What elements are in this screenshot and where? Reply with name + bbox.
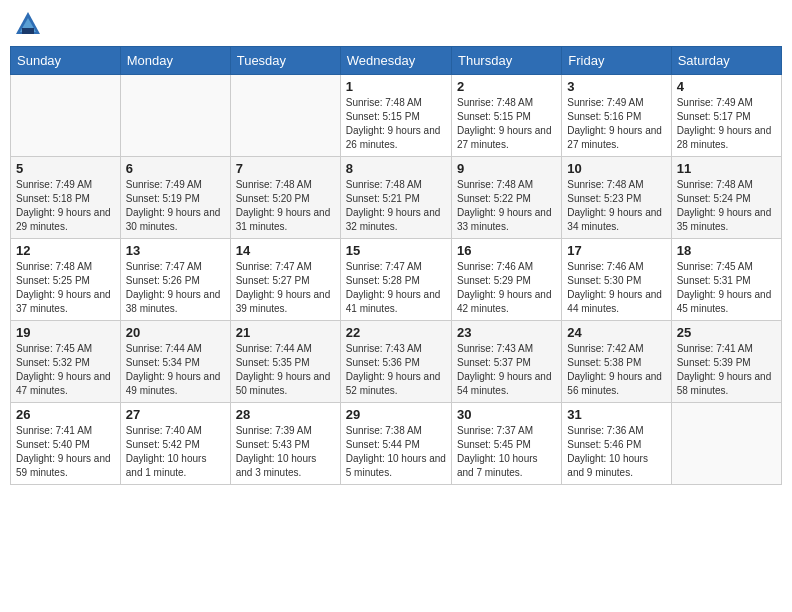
calendar-cell: 17Sunrise: 7:46 AM Sunset: 5:30 PM Dayli… (562, 239, 671, 321)
day-info: Sunrise: 7:36 AM Sunset: 5:46 PM Dayligh… (567, 424, 665, 480)
day-number: 25 (677, 325, 776, 340)
day-info: Sunrise: 7:39 AM Sunset: 5:43 PM Dayligh… (236, 424, 335, 480)
weekday-header-row: SundayMondayTuesdayWednesdayThursdayFrid… (11, 47, 782, 75)
calendar-cell: 22Sunrise: 7:43 AM Sunset: 5:36 PM Dayli… (340, 321, 451, 403)
day-number: 29 (346, 407, 446, 422)
day-number: 7 (236, 161, 335, 176)
day-info: Sunrise: 7:49 AM Sunset: 5:17 PM Dayligh… (677, 96, 776, 152)
day-number: 23 (457, 325, 556, 340)
calendar-cell: 10Sunrise: 7:48 AM Sunset: 5:23 PM Dayli… (562, 157, 671, 239)
weekday-wednesday: Wednesday (340, 47, 451, 75)
day-info: Sunrise: 7:40 AM Sunset: 5:42 PM Dayligh… (126, 424, 225, 480)
day-number: 27 (126, 407, 225, 422)
day-info: Sunrise: 7:48 AM Sunset: 5:23 PM Dayligh… (567, 178, 665, 234)
day-number: 9 (457, 161, 556, 176)
calendar-cell: 11Sunrise: 7:48 AM Sunset: 5:24 PM Dayli… (671, 157, 781, 239)
calendar-cell: 15Sunrise: 7:47 AM Sunset: 5:28 PM Dayli… (340, 239, 451, 321)
day-number: 10 (567, 161, 665, 176)
weekday-monday: Monday (120, 47, 230, 75)
calendar-cell: 24Sunrise: 7:42 AM Sunset: 5:38 PM Dayli… (562, 321, 671, 403)
day-info: Sunrise: 7:48 AM Sunset: 5:21 PM Dayligh… (346, 178, 446, 234)
day-number: 8 (346, 161, 446, 176)
calendar-week-2: 5Sunrise: 7:49 AM Sunset: 5:18 PM Daylig… (11, 157, 782, 239)
day-number: 30 (457, 407, 556, 422)
calendar-cell: 3Sunrise: 7:49 AM Sunset: 5:16 PM Daylig… (562, 75, 671, 157)
day-number: 26 (16, 407, 115, 422)
calendar-cell (11, 75, 121, 157)
day-info: Sunrise: 7:38 AM Sunset: 5:44 PM Dayligh… (346, 424, 446, 480)
day-number: 28 (236, 407, 335, 422)
day-info: Sunrise: 7:42 AM Sunset: 5:38 PM Dayligh… (567, 342, 665, 398)
calendar-cell: 12Sunrise: 7:48 AM Sunset: 5:25 PM Dayli… (11, 239, 121, 321)
day-number: 3 (567, 79, 665, 94)
day-info: Sunrise: 7:37 AM Sunset: 5:45 PM Dayligh… (457, 424, 556, 480)
day-info: Sunrise: 7:44 AM Sunset: 5:34 PM Dayligh… (126, 342, 225, 398)
calendar-week-1: 1Sunrise: 7:48 AM Sunset: 5:15 PM Daylig… (11, 75, 782, 157)
calendar-cell: 25Sunrise: 7:41 AM Sunset: 5:39 PM Dayli… (671, 321, 781, 403)
day-number: 16 (457, 243, 556, 258)
calendar-cell: 31Sunrise: 7:36 AM Sunset: 5:46 PM Dayli… (562, 403, 671, 485)
logo-icon (14, 10, 42, 38)
calendar-cell: 4Sunrise: 7:49 AM Sunset: 5:17 PM Daylig… (671, 75, 781, 157)
day-number: 15 (346, 243, 446, 258)
day-info: Sunrise: 7:47 AM Sunset: 5:27 PM Dayligh… (236, 260, 335, 316)
day-number: 5 (16, 161, 115, 176)
day-number: 4 (677, 79, 776, 94)
day-info: Sunrise: 7:41 AM Sunset: 5:39 PM Dayligh… (677, 342, 776, 398)
day-info: Sunrise: 7:48 AM Sunset: 5:22 PM Dayligh… (457, 178, 556, 234)
calendar-cell: 7Sunrise: 7:48 AM Sunset: 5:20 PM Daylig… (230, 157, 340, 239)
day-info: Sunrise: 7:46 AM Sunset: 5:29 PM Dayligh… (457, 260, 556, 316)
calendar-cell: 16Sunrise: 7:46 AM Sunset: 5:29 PM Dayli… (451, 239, 561, 321)
logo (14, 10, 46, 38)
day-info: Sunrise: 7:43 AM Sunset: 5:37 PM Dayligh… (457, 342, 556, 398)
day-number: 17 (567, 243, 665, 258)
day-info: Sunrise: 7:48 AM Sunset: 5:20 PM Dayligh… (236, 178, 335, 234)
calendar-cell: 29Sunrise: 7:38 AM Sunset: 5:44 PM Dayli… (340, 403, 451, 485)
calendar-table: SundayMondayTuesdayWednesdayThursdayFrid… (10, 46, 782, 485)
calendar-body: 1Sunrise: 7:48 AM Sunset: 5:15 PM Daylig… (11, 75, 782, 485)
day-number: 18 (677, 243, 776, 258)
calendar-cell: 5Sunrise: 7:49 AM Sunset: 5:18 PM Daylig… (11, 157, 121, 239)
day-number: 2 (457, 79, 556, 94)
day-info: Sunrise: 7:48 AM Sunset: 5:24 PM Dayligh… (677, 178, 776, 234)
day-info: Sunrise: 7:49 AM Sunset: 5:16 PM Dayligh… (567, 96, 665, 152)
day-info: Sunrise: 7:49 AM Sunset: 5:19 PM Dayligh… (126, 178, 225, 234)
day-number: 12 (16, 243, 115, 258)
day-info: Sunrise: 7:46 AM Sunset: 5:30 PM Dayligh… (567, 260, 665, 316)
calendar-cell (120, 75, 230, 157)
calendar-cell: 18Sunrise: 7:45 AM Sunset: 5:31 PM Dayli… (671, 239, 781, 321)
day-number: 1 (346, 79, 446, 94)
calendar-cell: 19Sunrise: 7:45 AM Sunset: 5:32 PM Dayli… (11, 321, 121, 403)
weekday-tuesday: Tuesday (230, 47, 340, 75)
day-info: Sunrise: 7:45 AM Sunset: 5:31 PM Dayligh… (677, 260, 776, 316)
day-info: Sunrise: 7:43 AM Sunset: 5:36 PM Dayligh… (346, 342, 446, 398)
day-number: 20 (126, 325, 225, 340)
calendar-cell: 6Sunrise: 7:49 AM Sunset: 5:19 PM Daylig… (120, 157, 230, 239)
calendar-cell: 27Sunrise: 7:40 AM Sunset: 5:42 PM Dayli… (120, 403, 230, 485)
calendar-cell: 26Sunrise: 7:41 AM Sunset: 5:40 PM Dayli… (11, 403, 121, 485)
day-number: 31 (567, 407, 665, 422)
calendar-cell: 30Sunrise: 7:37 AM Sunset: 5:45 PM Dayli… (451, 403, 561, 485)
day-info: Sunrise: 7:41 AM Sunset: 5:40 PM Dayligh… (16, 424, 115, 480)
calendar-week-4: 19Sunrise: 7:45 AM Sunset: 5:32 PM Dayli… (11, 321, 782, 403)
day-info: Sunrise: 7:49 AM Sunset: 5:18 PM Dayligh… (16, 178, 115, 234)
weekday-saturday: Saturday (671, 47, 781, 75)
calendar-cell: 1Sunrise: 7:48 AM Sunset: 5:15 PM Daylig… (340, 75, 451, 157)
day-number: 13 (126, 243, 225, 258)
calendar-week-3: 12Sunrise: 7:48 AM Sunset: 5:25 PM Dayli… (11, 239, 782, 321)
day-number: 14 (236, 243, 335, 258)
calendar-cell: 14Sunrise: 7:47 AM Sunset: 5:27 PM Dayli… (230, 239, 340, 321)
calendar-cell: 28Sunrise: 7:39 AM Sunset: 5:43 PM Dayli… (230, 403, 340, 485)
calendar-cell: 21Sunrise: 7:44 AM Sunset: 5:35 PM Dayli… (230, 321, 340, 403)
day-number: 6 (126, 161, 225, 176)
day-number: 21 (236, 325, 335, 340)
calendar-cell: 2Sunrise: 7:48 AM Sunset: 5:15 PM Daylig… (451, 75, 561, 157)
calendar-cell: 9Sunrise: 7:48 AM Sunset: 5:22 PM Daylig… (451, 157, 561, 239)
day-number: 19 (16, 325, 115, 340)
weekday-thursday: Thursday (451, 47, 561, 75)
day-info: Sunrise: 7:48 AM Sunset: 5:15 PM Dayligh… (457, 96, 556, 152)
day-info: Sunrise: 7:44 AM Sunset: 5:35 PM Dayligh… (236, 342, 335, 398)
page-header (10, 10, 782, 38)
day-info: Sunrise: 7:47 AM Sunset: 5:28 PM Dayligh… (346, 260, 446, 316)
day-number: 24 (567, 325, 665, 340)
